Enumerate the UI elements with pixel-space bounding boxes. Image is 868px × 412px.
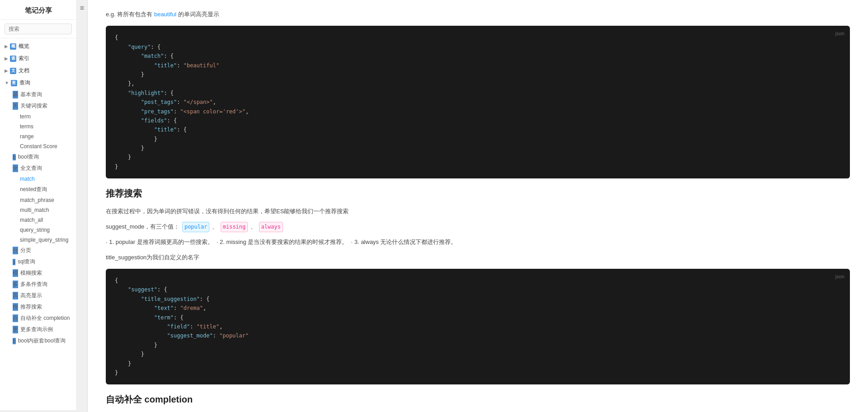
sidebar-item-nested-bool[interactable]: b bool内嵌套bool查询 [0, 335, 76, 346]
sidebar-item-more-examples[interactable]: 更 更多查询示例 [0, 324, 76, 335]
suggest-custom-name-desc: title_suggestion为我们自定义的名字 [106, 252, 850, 262]
bool-query-icon: b [13, 154, 16, 160]
arrow-icon: ▶ [5, 56, 8, 61]
sidebar-item-bool-query[interactable]: b bool查询 [0, 151, 76, 163]
sidebar-item-multi-condition[interactable]: 多 多条件查询 [0, 279, 76, 290]
sidebar-item-paging[interactable]: 分 分页 [0, 245, 76, 256]
bullet-1: · 1. popular 是推荐词频更高的一些搜索。 · 2. missing … [106, 237, 850, 247]
search-input[interactable] [5, 23, 72, 34]
more-examples-icon: 更 [13, 326, 18, 333]
docs-icon: 文 [10, 68, 16, 74]
suggest-mode-desc: suggest_mode，有三个值： popular 、 missing 、 a… [106, 221, 850, 233]
sidebar-sub-match[interactable]: match [0, 174, 76, 184]
overview-icon: 概 [10, 43, 16, 50]
sidebar-label-overview: 概览 [19, 42, 29, 50]
highlight-code-block: json { "query": { "match": { "title": "b… [106, 26, 850, 178]
sidebar-sub-simple-query-string[interactable]: simple_query_string [0, 235, 76, 245]
app-title: 笔记分享 [0, 0, 76, 20]
sidebar-sub-query-string[interactable]: query_string [0, 225, 76, 235]
tag-popular: popular [182, 222, 210, 233]
sidebar-item-suggest-search[interactable]: 推 推荐搜索 [0, 301, 76, 313]
search-box [0, 20, 76, 38]
code-content-2: { "suggest": { "title_suggestion": { "te… [115, 276, 841, 377]
sidebar-sub-terms[interactable]: terms [0, 122, 76, 131]
paging-icon: 分 [13, 247, 18, 254]
multi-condition-icon: 多 [13, 281, 18, 288]
fulltext-query-icon: 全 [13, 164, 18, 172]
tag-missing: missing [221, 222, 248, 233]
code-lang-label-2: json [835, 272, 844, 281]
arrow-icon: ▼ [5, 80, 9, 85]
suggest-code-block: json { "suggest": { "title_suggestion": … [106, 269, 850, 384]
keyword-search-icon: 关 [13, 102, 18, 110]
arrow-icon: ▶ [5, 68, 8, 73]
sidebar-sub-match-all[interactable]: match_all [0, 215, 76, 225]
main-content: e.g. 将所有包含有 beautiful 的单词高亮显示 json { "qu… [88, 0, 868, 412]
autocomplete-icon: 自 [13, 314, 18, 322]
fuzzy-search-icon: 模 [13, 269, 18, 277]
highlight-word: beautiful [154, 11, 176, 18]
highlight-icon: 高 [13, 292, 18, 300]
autocomplete-title: 自动补全 completion [106, 393, 850, 406]
code-lang-label: json [835, 29, 844, 38]
nested-bool-icon: b [13, 338, 16, 344]
sidebar-item-highlight[interactable]: 高 高亮显示 [0, 290, 76, 301]
sidebar-item-sql-query[interactable]: s sql查询 [0, 256, 76, 267]
tag-always: always [259, 222, 283, 233]
sidebar-sub-nested[interactable]: nested查询 [0, 184, 76, 195]
top-desc: e.g. 将所有包含有 beautiful 的单词高亮显示 [106, 9, 850, 19]
sidebar-sub-constant-score[interactable]: Constant Score [0, 141, 76, 151]
sidebar-label-index: 索引 [19, 55, 29, 62]
suggest-mode-prefix: suggest_mode，有三个值： [106, 223, 179, 230]
sidebar-sub-multi-match[interactable]: multi_match [0, 205, 76, 215]
suggest-bullets: · 1. popular 是推荐词频更高的一些搜索。 · 2. missing … [106, 237, 850, 247]
sidebar-sub-term[interactable]: term [0, 112, 76, 122]
sidebar-sub-range[interactable]: range [0, 131, 76, 141]
arrow-icon: ▶ [5, 44, 8, 49]
sidebar-toggle[interactable]: ≡ [77, 0, 88, 412]
sidebar-item-fulltext-query[interactable]: 全 全文查询 [0, 163, 76, 174]
sidebar-item-query[interactable]: ▼ 查 查询 [0, 77, 76, 89]
suggest-search-icon: 推 [13, 303, 18, 311]
index-icon: 索 [10, 56, 16, 62]
sidebar-sub-match-phrase[interactable]: match_phrase [0, 195, 76, 205]
code-content: { "query": { "match": { "title": "beauti… [115, 33, 841, 171]
sidebar-label-docs: 文档 [19, 67, 29, 75]
sidebar-label-query: 查询 [19, 79, 30, 87]
sidebar-item-index[interactable]: ▶ 索 索引 [0, 52, 76, 65]
sidebar-item-overview[interactable]: ▶ 概 概览 [0, 40, 76, 52]
sidebar: 笔记分享 ▶ 概 概览 ▶ 索 索引 ▶ 文 文档 ▼ 查 查询 基 [0, 0, 77, 412]
sidebar-nav: ▶ 概 概览 ▶ 索 索引 ▶ 文 文档 ▼ 查 查询 基 基本查询 关 关键词 [0, 38, 76, 410]
query-icon: 查 [11, 80, 17, 86]
sidebar-item-basic-query[interactable]: 基 基本查询 [0, 89, 76, 100]
sidebar-item-fuzzy-search[interactable]: 模 模糊搜索 [0, 267, 76, 279]
sidebar-scrollbar [0, 410, 76, 412]
sidebar-item-docs[interactable]: ▶ 文 文档 [0, 65, 76, 77]
sql-query-icon: s [13, 259, 15, 265]
basic-query-icon: 基 [13, 91, 18, 98]
menu-icon: ≡ [80, 5, 84, 12]
sidebar-item-keyword-search[interactable]: 关 关键词搜索 [0, 100, 76, 112]
sidebar-item-autocomplete[interactable]: 自 自动补全 completion [0, 313, 76, 324]
suggest-search-title: 推荐搜索 [106, 187, 850, 200]
suggest-search-desc1: 在搜索过程中，因为单词的拼写错误，没有得到任何的结果，希望ES能够给我们一个推荐… [106, 206, 850, 216]
